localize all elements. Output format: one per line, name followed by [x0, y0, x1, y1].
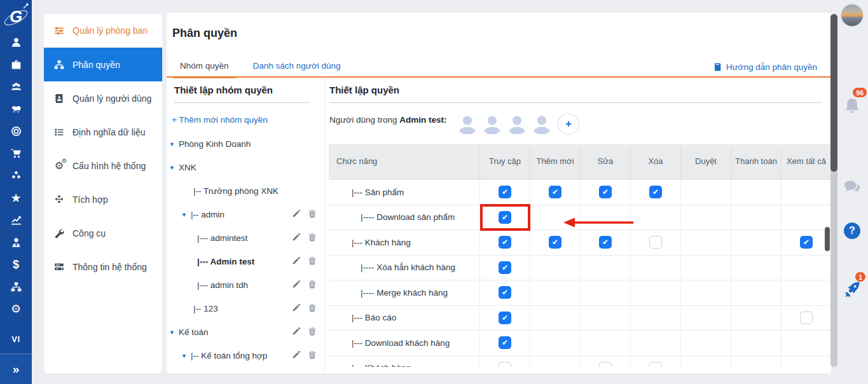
language-toggle[interactable]: VI: [0, 334, 32, 344]
group-name: Admin test:: [399, 115, 446, 125]
team-icon[interactable]: [10, 80, 22, 93]
tree-item-3[interactable]: ▼|-- admin: [167, 203, 324, 226]
sidebar-item-label: Thông tin hệ thống: [72, 262, 147, 272]
sidebar-item-label: Quản lý người dùng: [72, 93, 151, 104]
checkbox-checked[interactable]: ✔: [800, 236, 813, 249]
server-icon: [53, 261, 65, 273]
cart-icon[interactable]: [10, 147, 22, 160]
add-user-button[interactable]: +: [558, 113, 579, 135]
checkbox-unchecked[interactable]: [599, 362, 612, 367]
delete-trash-icon[interactable]: [308, 350, 317, 361]
tree-item-2[interactable]: |-- Trưởng phòng XNK: [167, 179, 324, 203]
checkbox-checked[interactable]: ✔: [499, 286, 511, 299]
org-icon[interactable]: [10, 280, 22, 293]
permission-cell: [731, 331, 781, 355]
permission-guide-link[interactable]: Hướng dẫn phân quyền: [713, 62, 817, 72]
checkbox-checked[interactable]: ✔: [599, 236, 612, 249]
edit-pencil-icon[interactable]: [292, 350, 301, 361]
checkbox-checked[interactable]: ✔: [499, 261, 511, 274]
checkbox-unchecked[interactable]: [800, 312, 813, 324]
checkbox-unchecked[interactable]: [649, 362, 662, 367]
tab-0[interactable]: Nhóm quyền: [173, 61, 236, 78]
feature-label: |--- Download khách hàng: [329, 331, 479, 355]
cubes-icon[interactable]: [10, 169, 22, 182]
book-icon: [713, 62, 722, 72]
sidebar-item-3[interactable]: Định nghĩa dữ liệu: [44, 115, 162, 149]
tree-item-7[interactable]: |-- 123: [167, 297, 324, 320]
tree-item-6[interactable]: |--- admin tdh: [167, 273, 324, 297]
permission-cell: [731, 180, 781, 205]
vertical-scrollbar-thumb[interactable]: [830, 14, 837, 172]
handshake-icon[interactable]: [10, 102, 22, 115]
checkbox-checked[interactable]: ✔: [549, 236, 561, 249]
caret-down-icon[interactable]: ▼: [169, 141, 175, 147]
tree-item-9[interactable]: ▼|-- Kế toán tổng hợp: [167, 344, 324, 367]
sidebar-item-7[interactable]: Thông tin hệ thống: [44, 250, 162, 284]
edit-pencil-icon[interactable]: [292, 209, 301, 220]
checkbox-checked[interactable]: ✔: [649, 186, 662, 198]
group-member-avatar[interactable]: [531, 113, 553, 135]
edit-pencil-icon[interactable]: [292, 256, 301, 267]
edit-pencil-icon[interactable]: [292, 280, 301, 291]
caret-down-icon[interactable]: ▼: [181, 353, 187, 359]
delete-trash-icon[interactable]: [308, 303, 317, 314]
delete-trash-icon[interactable]: [308, 280, 317, 291]
tree-item-10[interactable]: |--- ...: [167, 367, 324, 374]
sidebar-expand-button[interactable]: »: [0, 354, 32, 384]
caret-down-icon[interactable]: ▼: [169, 165, 175, 171]
checkbox-unchecked[interactable]: [499, 362, 511, 367]
add-group-link[interactable]: + Thêm mới nhóm quyền: [172, 115, 268, 125]
user-avatar[interactable]: [841, 4, 863, 26]
checkbox-checked[interactable]: ✔: [599, 186, 612, 198]
tree-item-4[interactable]: |--- admintest: [167, 226, 324, 250]
dollar-icon[interactable]: $: [10, 258, 22, 271]
person-tie-icon[interactable]: [10, 236, 22, 249]
puzzle-icon: [53, 194, 65, 205]
checkbox-checked[interactable]: ✔: [499, 312, 511, 324]
tree-item-1[interactable]: ▼XNK: [167, 156, 324, 179]
group-member-avatar[interactable]: [506, 113, 528, 135]
checkbox-checked[interactable]: ✔: [499, 211, 511, 224]
delete-trash-icon[interactable]: [308, 209, 317, 220]
tab-1[interactable]: Danh sách người dùng: [246, 61, 348, 76]
checkbox-unchecked[interactable]: [649, 236, 662, 249]
delete-trash-icon[interactable]: [308, 233, 317, 243]
checkbox-checked[interactable]: ✔: [499, 186, 511, 198]
caret-down-icon[interactable]: ▼: [169, 329, 175, 336]
briefcase-icon[interactable]: [10, 58, 22, 71]
help-icon[interactable]: ?: [843, 221, 862, 240]
sidebar-item-0[interactable]: Quản lý phòng ban: [44, 14, 162, 48]
checkbox-checked[interactable]: ✔: [499, 336, 511, 349]
bell-icon[interactable]: [843, 97, 862, 116]
star-icon[interactable]: ★: [10, 191, 22, 204]
sidebar-item-4[interactable]: ⚙⚙Cấu hình hệ thống: [44, 149, 162, 182]
permission-cell: [731, 280, 781, 305]
checkbox-checked[interactable]: ✔: [499, 236, 511, 249]
delete-trash-icon[interactable]: [308, 327, 317, 338]
edit-pencil-icon[interactable]: [292, 233, 301, 243]
edit-pencil-icon[interactable]: [292, 327, 301, 338]
group-user-avatars: +: [457, 113, 579, 135]
edit-pencil-icon[interactable]: [292, 303, 301, 314]
user-icon[interactable]: [10, 36, 22, 48]
table-scrollbar-thumb[interactable]: [825, 227, 830, 251]
sidebar-item-6[interactable]: Công cụ: [44, 216, 162, 250]
group-member-avatar[interactable]: [481, 113, 503, 135]
chart-icon[interactable]: [10, 214, 22, 226]
checkbox-checked[interactable]: ✔: [549, 186, 561, 198]
rocket-icon[interactable]: [843, 280, 862, 299]
sidebar-item-5[interactable]: Tích hợp: [44, 182, 162, 216]
sidebar-item-2[interactable]: Quản lý người dùng: [44, 81, 162, 115]
tree-item-8[interactable]: ▼Kế toán: [167, 320, 324, 344]
sidebar-item-1[interactable]: Phân quyền: [44, 48, 162, 81]
caret-down-icon[interactable]: ▼: [181, 212, 187, 218]
tree-item-5[interactable]: |--- Admin test: [167, 250, 324, 273]
group-member-avatar[interactable]: [457, 113, 478, 135]
app-logo[interactable]: G: [0, 0, 32, 33]
list-icon: [53, 127, 65, 138]
target-icon[interactable]: [10, 125, 22, 137]
gear-icon[interactable]: ⚙: [10, 303, 22, 315]
tree-item-0[interactable]: ▼Phòng Kinh Doanh: [167, 132, 324, 156]
chat-icon[interactable]: [843, 177, 862, 196]
delete-trash-icon[interactable]: [308, 256, 317, 267]
